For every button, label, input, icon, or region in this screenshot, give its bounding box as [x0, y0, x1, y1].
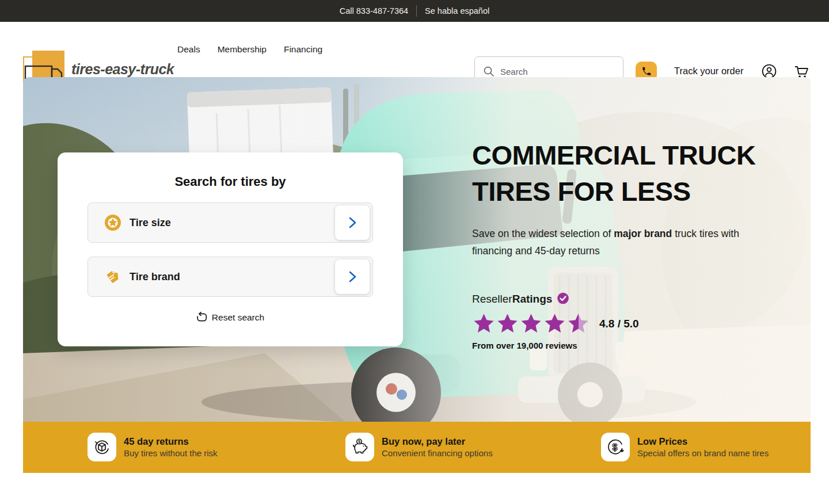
- reviews-count: From over 19,000 reviews: [472, 341, 783, 350]
- option-tire-brand[interactable]: Tire brand: [88, 257, 373, 297]
- nav-item-membership[interactable]: Membership: [218, 44, 267, 55]
- hero-text-block: COMMERCIAL TRUCK TIRES FOR LESS Save on …: [472, 137, 783, 350]
- search-icon: [483, 66, 495, 77]
- dollar-down-icon: $: [605, 437, 626, 457]
- reset-search-button[interactable]: Reset search: [58, 312, 403, 323]
- rating-brand-bold: Ratings: [512, 293, 553, 306]
- option-label: Tire size: [130, 217, 171, 229]
- logo-text: tires-easy-truck: [71, 61, 174, 78]
- star-icon: [543, 312, 566, 335]
- feature-title: 45 day returns: [124, 436, 218, 447]
- site-header: tires-easy-truck Deals Membership Financ…: [0, 22, 829, 77]
- feature-financing: $ Buy now, pay later Convenient financin…: [345, 433, 493, 461]
- feature-returns: 45 day returns Buy tires without the ris…: [88, 433, 218, 461]
- card-title: Search for tires by: [58, 174, 403, 189]
- hero-headline: COMMERCIAL TRUCK TIRES FOR LESS: [472, 137, 783, 209]
- verified-check-icon: [556, 292, 570, 306]
- feature-desc: Buy tires without the risk: [124, 448, 218, 458]
- star-icon: [472, 312, 496, 335]
- track-order-link[interactable]: Track your order: [674, 66, 743, 77]
- phone-icon: [641, 66, 652, 77]
- star-half-icon: [566, 312, 590, 335]
- reset-icon: [196, 312, 207, 323]
- topbar-divider: [416, 5, 417, 17]
- package-return-icon: [92, 437, 112, 457]
- feature-title: Low Prices: [637, 436, 769, 447]
- tire-brand-go-button[interactable]: [335, 259, 370, 294]
- reseller-ratings-link[interactable]: ResellerRatings: [472, 292, 783, 306]
- option-tire-size[interactable]: Tire size: [88, 203, 373, 243]
- hero-section: Search for tires by Tire size: [23, 77, 811, 422]
- main-nav: Deals Membership Financing: [177, 22, 322, 77]
- nav-item-financing[interactable]: Financing: [284, 44, 322, 55]
- feature-title: Buy now, pay later: [382, 436, 493, 447]
- tire-size-go-button[interactable]: [335, 205, 370, 240]
- piggy-bank-icon: $: [349, 437, 370, 457]
- tire-search-card: Search for tires by Tire size: [58, 152, 403, 346]
- tire-size-icon: [104, 214, 121, 231]
- tire-brand-icon: [104, 268, 121, 285]
- search-input[interactable]: [500, 67, 604, 77]
- option-label: Tire brand: [130, 271, 180, 283]
- top-bar: Call 833-487-7364 Se habla español: [0, 0, 829, 22]
- star-rating: 4.8 / 5.0: [472, 312, 783, 335]
- page: Call 833-487-7364 Se habla español tires…: [0, 0, 829, 504]
- nav-item-deals[interactable]: Deals: [177, 44, 200, 55]
- reset-label: Reset search: [212, 312, 264, 323]
- chevron-right-icon: [346, 216, 359, 229]
- phone-number-link[interactable]: Call 833-487-7364: [340, 6, 408, 16]
- feature-desc: Special offers on brand name tires: [637, 448, 769, 458]
- hero-subtitle: Save on the widest selection of major br…: [472, 225, 760, 259]
- rating-brand-regular: Reseller: [472, 293, 512, 306]
- star-icon: [496, 312, 519, 335]
- chevron-right-icon: [346, 270, 359, 283]
- svg-text:$: $: [613, 442, 618, 452]
- feature-low-prices: $ Low Prices Special offers on brand nam…: [601, 433, 769, 461]
- language-note: Se habla español: [425, 6, 489, 16]
- feature-desc: Convenient financing options: [382, 448, 493, 458]
- star-icon: [519, 312, 543, 335]
- rating-score: 4.8 / 5.0: [599, 318, 639, 330]
- feature-bar: 45 day returns Buy tires without the ris…: [23, 422, 811, 473]
